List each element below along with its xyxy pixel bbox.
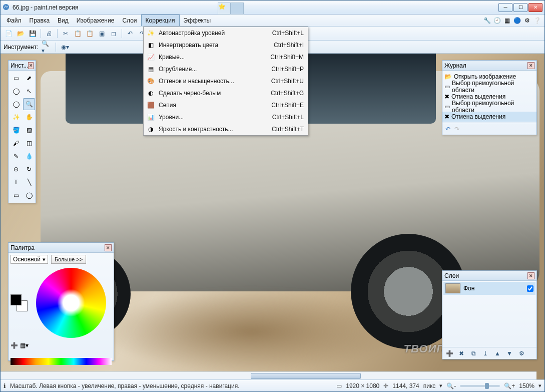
paste-icon[interactable]: 📋 — [85, 29, 95, 39]
eraser-tool[interactable]: ◫ — [23, 137, 35, 149]
duplicate-layer-icon[interactable]: ⧉ — [468, 348, 478, 358]
doc-thumb[interactable]: ⭐ — [218, 3, 231, 15]
bw-icon: ◐ — [146, 88, 156, 98]
dd-levels[interactable]: 📊Уровни...Ctrl+Shift+L — [144, 111, 308, 123]
layer-visible-checkbox[interactable] — [527, 285, 533, 292]
brightness-icon: ◑ — [146, 124, 156, 134]
gradient-tool[interactable]: ▨ — [23, 124, 35, 136]
doc-thumb-current[interactable] — [231, 3, 244, 15]
new-icon[interactable]: 📄 — [4, 29, 14, 39]
move-tool[interactable]: ↖ — [23, 85, 35, 97]
dd-sepia[interactable]: 🟫СепияCtrl+Shift+E — [144, 99, 308, 111]
move-selection-tool[interactable]: ⬈ — [23, 72, 35, 84]
colors-toggle-icon[interactable]: 🔵 — [512, 16, 521, 25]
units-selector[interactable]: пикс — [423, 382, 436, 389]
lasso-tool[interactable]: ◯ — [10, 85, 22, 97]
zoom-slider[interactable] — [460, 385, 500, 387]
history-item[interactable]: ▭Выбор прямоугольной области — [442, 82, 536, 92]
save-icon[interactable]: 💾 — [28, 29, 38, 39]
ellipse-select-tool[interactable]: ◯ — [10, 98, 22, 110]
palette-menu-icon[interactable]: ▦▾ — [20, 342, 29, 349]
menu-layers[interactable]: Слои — [118, 15, 141, 26]
color-swatches[interactable] — [11, 294, 28, 311]
undo-icon[interactable]: ↶ — [445, 126, 450, 133]
pencil-tool[interactable]: ✎ — [10, 150, 22, 162]
zoom-out-icon[interactable]: 🔍- — [446, 382, 456, 389]
add-layer-icon[interactable]: ➕ — [444, 348, 454, 358]
line-tool[interactable]: ╲ — [23, 176, 35, 188]
menu-adjustments[interactable]: Коррекция — [141, 15, 180, 26]
hue-strip[interactable] — [11, 358, 112, 365]
rect-tool[interactable]: ▭ — [10, 189, 22, 201]
info-icon: ℹ — [4, 382, 6, 389]
text-tool[interactable]: T — [10, 176, 22, 188]
color-picker-tool[interactable]: 💧 — [23, 150, 35, 162]
layers-toggle-icon[interactable]: ▦ — [502, 16, 511, 25]
redo-icon[interactable]: ↷ — [454, 126, 459, 133]
dd-brightness[interactable]: ◑Яркость и контрастность...Ctrl+Shift+T — [144, 123, 308, 135]
cut-icon[interactable]: ✂ — [61, 29, 71, 39]
layers-close-icon[interactable]: ✕ — [527, 272, 534, 279]
help-icon[interactable]: ❔ — [532, 16, 541, 25]
dd-hue-sat[interactable]: 🎨Оттенок и насыщенность...Ctrl+Shift+U — [144, 75, 308, 87]
titlebar: 66.jpg - paint.net версия ─ ☐ ✕ — [1, 1, 544, 15]
open-icon[interactable]: 📂 — [16, 29, 26, 39]
clone-tool[interactable]: ⊙ — [10, 163, 22, 175]
dimensions: 1920 × 1080 — [346, 382, 379, 389]
horizontal-scrollbar[interactable] — [1, 371, 536, 379]
print-icon[interactable]: 🖨 — [44, 29, 54, 39]
color-wheel[interactable] — [36, 268, 106, 338]
settings-icon[interactable]: ⚙ — [522, 16, 531, 25]
dd-auto-level[interactable]: ✨Автонастройка уровнейCtrl+Shift+L — [144, 27, 308, 39]
move-down-icon[interactable]: ▼ — [504, 348, 514, 358]
history-close-icon[interactable]: ✕ — [527, 62, 534, 69]
adjustments-dropdown: ✨Автонастройка уровнейCtrl+Shift+L ◧Инве… — [143, 27, 308, 136]
delete-layer-icon[interactable]: ✖ — [456, 348, 466, 358]
layer-props-icon[interactable]: ⚙ — [516, 348, 526, 358]
merge-down-icon[interactable]: ⤓ — [480, 348, 490, 358]
color-mode-select[interactable]: Основной ▾ — [11, 255, 48, 264]
menu-file[interactable]: Файл — [3, 15, 26, 26]
layer-row[interactable]: Фон — [443, 282, 535, 295]
magic-wand-tool[interactable]: ✨ — [10, 111, 22, 123]
history-toggle-icon[interactable]: 🕘 — [492, 16, 501, 25]
minimize-button[interactable]: ─ — [498, 3, 512, 12]
zoom-tool-icon[interactable]: 🔍▾ — [42, 42, 52, 52]
pan-tool[interactable]: ✋ — [23, 111, 35, 123]
ellipse-tool[interactable]: ◯ — [23, 189, 35, 201]
zoom-tool[interactable]: 🔍 — [23, 98, 35, 110]
add-swatch-icon[interactable]: ➕ — [11, 342, 18, 349]
window-title: 66.jpg - paint.net версия — [13, 4, 498, 11]
dd-curves[interactable]: 📈Кривые...Ctrl+Shift+M — [144, 51, 308, 63]
more-button[interactable]: Больше >> — [51, 255, 86, 264]
history-title: Журнал — [444, 62, 466, 69]
menu-edit[interactable]: Правка — [26, 15, 54, 26]
deselect-icon[interactable]: ◻ — [109, 29, 119, 39]
history-item[interactable]: ▭Выбор прямоугольной области — [442, 102, 536, 112]
primary-color[interactable] — [11, 294, 22, 305]
tools-toggle-icon[interactable]: 🔧 — [482, 16, 491, 25]
recolor-tool[interactable]: ↻ — [23, 163, 35, 175]
sampling-icon[interactable]: ◉▾ — [60, 42, 70, 52]
curves-icon: 📈 — [146, 52, 156, 62]
menu-view[interactable]: Вид — [54, 15, 73, 26]
maximize-button[interactable]: ☐ — [513, 3, 527, 12]
close-button[interactable]: ✕ — [528, 3, 542, 12]
crop-icon[interactable]: ▣ — [97, 29, 107, 39]
undo-icon[interactable]: ↶ — [125, 29, 135, 39]
tools-close-icon[interactable]: ✕ — [28, 62, 34, 69]
zoom-value[interactable]: 150% — [519, 382, 534, 389]
menu-effects[interactable]: Эффекты — [180, 15, 215, 26]
dd-bw[interactable]: ◐Сделать черно-белымCtrl+Shift+G — [144, 87, 308, 99]
zoom-in-icon[interactable]: 🔍+ — [504, 382, 515, 389]
dd-posterize[interactable]: ▤Огрубление...Ctrl+Shift+P — [144, 63, 308, 75]
move-up-icon[interactable]: ▲ — [492, 348, 502, 358]
open-icon: 📂 — [444, 73, 452, 80]
rect-select-tool[interactable]: ▭ — [10, 72, 22, 84]
fill-tool[interactable]: 🪣 — [10, 124, 22, 136]
dd-invert[interactable]: ◧Инвертировать цветаCtrl+Shift+I — [144, 39, 308, 51]
brush-tool[interactable]: 🖌 — [10, 137, 22, 149]
copy-icon[interactable]: 📋 — [73, 29, 83, 39]
palette-close-icon[interactable]: ✕ — [105, 244, 112, 251]
menu-image[interactable]: Изображение — [73, 15, 119, 26]
